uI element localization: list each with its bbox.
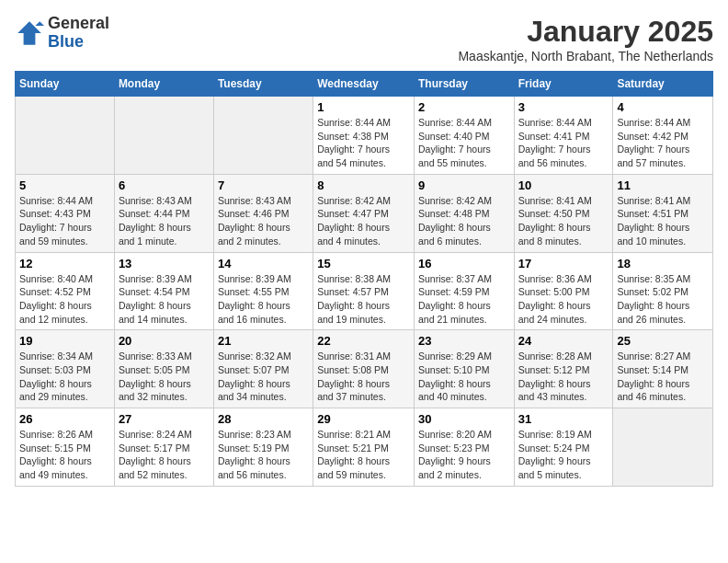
- day-info: Sunrise: 8:41 AM Sunset: 4:51 PM Dayligh…: [617, 194, 709, 248]
- calendar-title: January 2025: [458, 15, 713, 49]
- day-info: Sunrise: 8:39 AM Sunset: 4:54 PM Dayligh…: [119, 272, 210, 327]
- calendar-day-cell: [213, 97, 313, 175]
- logo-blue-text: Blue: [48, 32, 84, 51]
- day-number: 10: [518, 178, 609, 192]
- calendar-day-cell: 4Sunrise: 8:44 AM Sunset: 4:42 PM Daylig…: [613, 97, 713, 175]
- day-number: 12: [19, 257, 110, 270]
- day-info: Sunrise: 8:34 AM Sunset: 5:03 PM Dayligh…: [19, 350, 110, 404]
- day-number: 9: [418, 178, 510, 192]
- day-number: 7: [218, 178, 309, 192]
- calendar-day-cell: 31Sunrise: 8:19 AM Sunset: 5:24 PM Dayli…: [514, 408, 613, 487]
- calendar-day-cell: 24Sunrise: 8:28 AM Sunset: 5:12 PM Dayli…: [514, 330, 613, 408]
- logo: General Blue: [15, 15, 109, 52]
- day-info: Sunrise: 8:37 AM Sunset: 4:59 PM Dayligh…: [418, 272, 510, 327]
- day-number: 27: [119, 412, 210, 426]
- calendar-day-cell: 6Sunrise: 8:43 AM Sunset: 4:44 PM Daylig…: [114, 174, 213, 252]
- day-number: 21: [218, 334, 309, 348]
- day-number: 17: [518, 257, 609, 270]
- day-number: 2: [418, 100, 510, 114]
- page-header: General Blue January 2025 Maaskantje, No…: [15, 15, 713, 63]
- day-info: Sunrise: 8:29 AM Sunset: 5:10 PM Dayligh…: [418, 350, 510, 404]
- day-info: Sunrise: 8:44 AM Sunset: 4:38 PM Dayligh…: [317, 116, 410, 170]
- day-info: Sunrise: 8:42 AM Sunset: 4:48 PM Dayligh…: [418, 194, 510, 248]
- calendar-day-cell: 1Sunrise: 8:44 AM Sunset: 4:38 PM Daylig…: [313, 97, 415, 175]
- calendar-day-cell: 15Sunrise: 8:38 AM Sunset: 4:57 PM Dayli…: [313, 252, 415, 330]
- weekday-header: Sunday: [16, 72, 115, 97]
- day-info: Sunrise: 8:20 AM Sunset: 5:23 PM Dayligh…: [418, 428, 510, 482]
- calendar-week-row: 26Sunrise: 8:26 AM Sunset: 5:15 PM Dayli…: [16, 408, 713, 487]
- day-info: Sunrise: 8:28 AM Sunset: 5:12 PM Dayligh…: [518, 350, 609, 404]
- day-number: 25: [617, 334, 709, 348]
- calendar-day-cell: 10Sunrise: 8:41 AM Sunset: 4:50 PM Dayli…: [514, 174, 613, 252]
- day-number: 8: [317, 178, 410, 192]
- day-number: 31: [518, 412, 609, 426]
- day-number: 6: [119, 178, 210, 192]
- title-block: January 2025 Maaskantje, North Brabant, …: [458, 15, 713, 63]
- day-number: 28: [218, 412, 309, 426]
- weekday-header: Tuesday: [213, 72, 313, 97]
- calendar-day-cell: [114, 97, 213, 175]
- calendar-week-row: 1Sunrise: 8:44 AM Sunset: 4:38 PM Daylig…: [16, 97, 713, 175]
- calendar-table: SundayMondayTuesdayWednesdayThursdayFrid…: [15, 71, 713, 487]
- day-info: Sunrise: 8:21 AM Sunset: 5:21 PM Dayligh…: [317, 428, 410, 482]
- calendar-day-cell: 25Sunrise: 8:27 AM Sunset: 5:14 PM Dayli…: [613, 330, 713, 408]
- day-info: Sunrise: 8:26 AM Sunset: 5:15 PM Dayligh…: [19, 428, 110, 482]
- day-info: Sunrise: 8:32 AM Sunset: 5:07 PM Dayligh…: [218, 350, 309, 404]
- day-number: 26: [19, 412, 110, 426]
- calendar-week-row: 12Sunrise: 8:40 AM Sunset: 4:52 PM Dayli…: [16, 252, 713, 330]
- day-info: Sunrise: 8:35 AM Sunset: 5:02 PM Dayligh…: [617, 272, 709, 327]
- day-info: Sunrise: 8:38 AM Sunset: 4:57 PM Dayligh…: [317, 272, 410, 327]
- day-number: 29: [317, 412, 410, 426]
- weekday-header: Friday: [514, 72, 613, 97]
- calendar-day-cell: 19Sunrise: 8:34 AM Sunset: 5:03 PM Dayli…: [16, 330, 115, 408]
- calendar-day-cell: 26Sunrise: 8:26 AM Sunset: 5:15 PM Dayli…: [16, 408, 115, 487]
- day-info: Sunrise: 8:44 AM Sunset: 4:40 PM Dayligh…: [418, 116, 510, 170]
- day-number: 30: [418, 412, 510, 426]
- day-info: Sunrise: 8:33 AM Sunset: 5:05 PM Dayligh…: [119, 350, 210, 404]
- calendar-day-cell: 14Sunrise: 8:39 AM Sunset: 4:55 PM Dayli…: [213, 252, 313, 330]
- calendar-header-row: SundayMondayTuesdayWednesdayThursdayFrid…: [16, 72, 713, 97]
- day-number: 15: [317, 257, 410, 270]
- day-number: 1: [317, 100, 410, 114]
- weekday-header: Thursday: [414, 72, 514, 97]
- day-number: 3: [518, 100, 609, 114]
- calendar-day-cell: 28Sunrise: 8:23 AM Sunset: 5:19 PM Dayli…: [213, 408, 313, 487]
- day-info: Sunrise: 8:44 AM Sunset: 4:43 PM Dayligh…: [19, 194, 110, 248]
- day-number: 11: [617, 178, 709, 192]
- day-info: Sunrise: 8:43 AM Sunset: 4:46 PM Dayligh…: [218, 194, 309, 248]
- day-number: 23: [418, 334, 510, 348]
- calendar-week-row: 19Sunrise: 8:34 AM Sunset: 5:03 PM Dayli…: [16, 330, 713, 408]
- day-number: 24: [518, 334, 609, 348]
- calendar-day-cell: 23Sunrise: 8:29 AM Sunset: 5:10 PM Dayli…: [414, 330, 514, 408]
- day-info: Sunrise: 8:27 AM Sunset: 5:14 PM Dayligh…: [617, 350, 709, 404]
- calendar-day-cell: 9Sunrise: 8:42 AM Sunset: 4:48 PM Daylig…: [414, 174, 514, 252]
- calendar-week-row: 5Sunrise: 8:44 AM Sunset: 4:43 PM Daylig…: [16, 174, 713, 252]
- day-info: Sunrise: 8:19 AM Sunset: 5:24 PM Dayligh…: [518, 428, 609, 482]
- day-number: 22: [317, 334, 410, 348]
- day-info: Sunrise: 8:44 AM Sunset: 4:41 PM Dayligh…: [518, 116, 609, 170]
- day-info: Sunrise: 8:39 AM Sunset: 4:55 PM Dayligh…: [218, 272, 309, 327]
- day-number: 5: [19, 178, 110, 192]
- day-info: Sunrise: 8:42 AM Sunset: 4:47 PM Dayligh…: [317, 194, 410, 248]
- day-number: 20: [119, 334, 210, 348]
- day-info: Sunrise: 8:44 AM Sunset: 4:42 PM Dayligh…: [617, 116, 709, 170]
- calendar-day-cell: 3Sunrise: 8:44 AM Sunset: 4:41 PM Daylig…: [514, 97, 613, 175]
- calendar-day-cell: 18Sunrise: 8:35 AM Sunset: 5:02 PM Dayli…: [613, 252, 713, 330]
- day-info: Sunrise: 8:43 AM Sunset: 4:44 PM Dayligh…: [119, 194, 210, 248]
- weekday-header: Saturday: [613, 72, 713, 97]
- day-number: 16: [418, 257, 510, 270]
- calendar-day-cell: 5Sunrise: 8:44 AM Sunset: 4:43 PM Daylig…: [16, 174, 115, 252]
- day-number: 18: [617, 257, 709, 270]
- svg-marker-1: [35, 21, 44, 26]
- day-number: 19: [19, 334, 110, 348]
- weekday-header: Monday: [114, 72, 213, 97]
- calendar-day-cell: 12Sunrise: 8:40 AM Sunset: 4:52 PM Dayli…: [16, 252, 115, 330]
- calendar-day-cell: 21Sunrise: 8:32 AM Sunset: 5:07 PM Dayli…: [213, 330, 313, 408]
- weekday-header: Wednesday: [313, 72, 415, 97]
- calendar-day-cell: 11Sunrise: 8:41 AM Sunset: 4:51 PM Dayli…: [613, 174, 713, 252]
- logo-general-text: General: [48, 14, 109, 32]
- calendar-day-cell: 16Sunrise: 8:37 AM Sunset: 4:59 PM Dayli…: [414, 252, 514, 330]
- calendar-day-cell: 17Sunrise: 8:36 AM Sunset: 5:00 PM Dayli…: [514, 252, 613, 330]
- calendar-day-cell: 7Sunrise: 8:43 AM Sunset: 4:46 PM Daylig…: [213, 174, 313, 252]
- calendar-location: Maaskantje, North Brabant, The Netherlan…: [458, 49, 713, 63]
